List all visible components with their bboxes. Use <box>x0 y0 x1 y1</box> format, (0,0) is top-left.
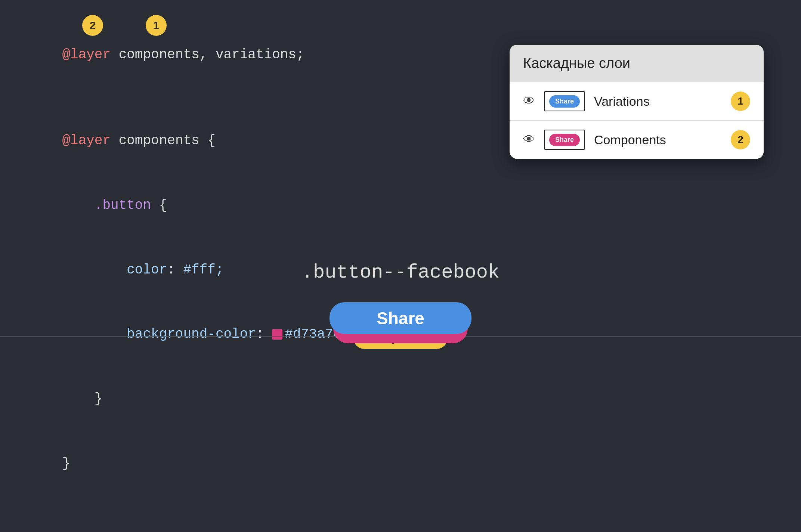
keyword-layer: @layer <box>62 47 111 62</box>
code-brace: { <box>151 198 167 213</box>
layer-badge-1: 1 <box>731 92 750 111</box>
share-button-label: Share <box>377 308 424 328</box>
code-text-2: components { <box>111 133 216 148</box>
keyword-layer-2: @layer <box>62 133 111 148</box>
code-close-brace: } <box>95 391 103 406</box>
code-indent <box>62 198 94 213</box>
code-line-8: @layer variations { <box>30 517 771 532</box>
share-button-result: Share <box>330 302 471 343</box>
cascade-panel-title: Каскадные слои <box>510 45 764 82</box>
code-line-3: .button { <box>30 173 771 238</box>
share-button-face[interactable]: Share <box>330 302 471 334</box>
code-close-brace2: } <box>62 456 70 471</box>
result-class-name: .button--facebook <box>301 262 500 284</box>
badge-1: 1 <box>146 15 167 36</box>
eye-icon-variations[interactable]: 👁 <box>523 94 535 109</box>
code-text: components, variations; <box>111 47 304 62</box>
cascade-panel: Каскадные слои 👁 Share Variations 1 👁 Sh… <box>510 45 764 159</box>
layer-name-components: Components <box>594 133 722 147</box>
eye-icon-components[interactable]: 👁 <box>523 133 535 147</box>
layer-badge-2: 2 <box>731 130 750 149</box>
badge-2: 2 <box>82 15 103 36</box>
share-button-blue-preview: Share <box>549 95 580 108</box>
result-section: .button--facebook Share <box>0 239 801 343</box>
code-spacer-2 <box>30 496 771 517</box>
code-class: .button <box>95 198 151 213</box>
code-indent4 <box>62 391 94 406</box>
cascade-row-components: 👁 Share Components 2 <box>510 120 764 159</box>
code-line-7: } <box>30 431 771 496</box>
layer-name-variations: Variations <box>594 94 722 109</box>
layer-preview-components: Share <box>544 130 585 150</box>
layer-preview-variations: Share <box>544 91 585 111</box>
code-line-6: } <box>30 367 771 432</box>
cascade-row-variations: 👁 Share Variations 1 <box>510 82 764 120</box>
share-button-pink-preview: Share <box>549 134 580 146</box>
